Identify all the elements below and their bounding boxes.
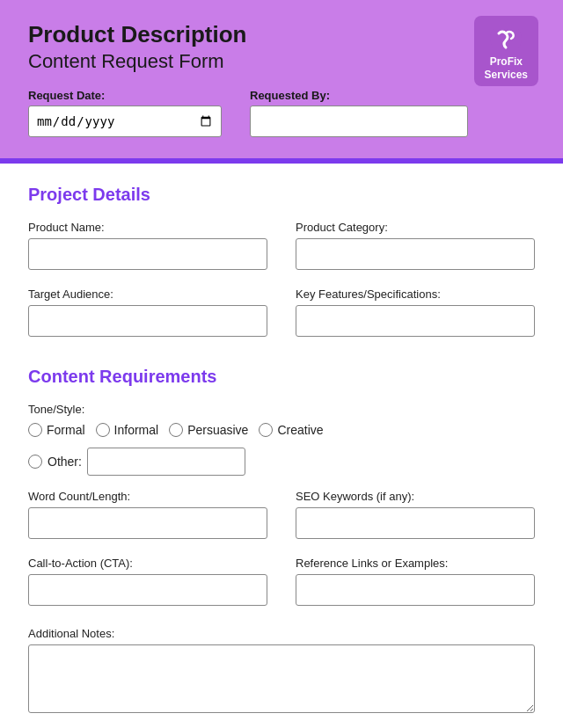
additional-notes-group: Additional Notes: <box>28 627 535 713</box>
main-content: Project Details Product Name: Product Ca… <box>0 164 563 728</box>
tone-persuasive[interactable]: Persuasive <box>169 423 248 437</box>
tone-creative[interactable]: Creative <box>259 423 323 437</box>
tone-persuasive-radio[interactable] <box>169 423 183 437</box>
cta-group: Call-to-Action (CTA): <box>28 557 267 606</box>
page-title: Product Description <box>28 21 535 48</box>
requested-by-input[interactable] <box>250 106 468 137</box>
reference-links-group: Reference Links or Examples: <box>296 557 535 606</box>
tone-style-label: Tone/Style: <box>28 403 535 416</box>
target-audience-input[interactable] <box>28 305 267 337</box>
target-audience-group: Target Audience: <box>28 288 267 337</box>
tone-creative-label: Creative <box>277 423 323 437</box>
tone-other-group: Other: <box>28 448 245 476</box>
logo-text: ProFix <box>490 56 523 68</box>
logo-subtext: Services <box>485 69 528 81</box>
content-requirements-section: Content Requirements Tone/Style: Formal … <box>28 367 535 713</box>
content-req-row1: Word Count/Length: SEO Keywords (if any)… <box>28 490 535 550</box>
request-date-field: Request Date: <box>28 89 222 137</box>
key-features-label: Key Features/Specifications: <box>296 288 535 301</box>
project-details-row1: Product Name: Product Category: <box>28 221 535 280</box>
logo-area: ProFix Services <box>474 16 538 86</box>
product-name-input[interactable] <box>28 238 267 270</box>
tone-informal-radio[interactable] <box>96 423 110 437</box>
request-date-input[interactable] <box>28 106 222 137</box>
product-category-group: Product Category: <box>296 221 535 270</box>
tone-other-label: Other: <box>48 455 82 469</box>
product-category-label: Product Category: <box>296 221 535 234</box>
tone-other-radio[interactable] <box>28 455 42 469</box>
product-name-label: Product Name: <box>28 221 267 234</box>
seo-keywords-group: SEO Keywords (if any): <box>296 490 535 539</box>
tone-other-input[interactable] <box>87 448 245 476</box>
requested-by-field: Requested By: <box>250 89 468 137</box>
content-req-row2: Call-to-Action (CTA): Reference Links or… <box>28 557 535 616</box>
tone-informal-label: Informal <box>114 423 159 437</box>
cta-input[interactable] <box>28 574 267 606</box>
project-details-title: Project Details <box>28 185 535 205</box>
additional-notes-label: Additional Notes: <box>28 627 535 640</box>
header-fields: Request Date: Requested By: <box>28 89 535 137</box>
tone-formal-radio[interactable] <box>28 423 42 437</box>
reference-links-label: Reference Links or Examples: <box>296 557 535 570</box>
project-details-row2: Target Audience: Key Features/Specificat… <box>28 288 535 347</box>
tone-formal-label: Formal <box>47 423 85 437</box>
request-date-label: Request Date: <box>28 89 222 102</box>
product-name-group: Product Name: <box>28 221 267 270</box>
tone-options-group: Formal Informal Persuasive Creative Othe… <box>28 423 535 476</box>
product-category-input[interactable] <box>296 238 535 270</box>
content-requirements-title: Content Requirements <box>28 367 535 387</box>
requested-by-label: Requested By: <box>250 89 468 102</box>
seo-keywords-input[interactable] <box>296 507 535 539</box>
page-subtitle: Content Request Form <box>28 50 535 73</box>
word-count-input[interactable] <box>28 507 267 539</box>
seo-keywords-label: SEO Keywords (if any): <box>296 490 535 503</box>
word-count-group: Word Count/Length: <box>28 490 267 539</box>
project-details-section: Project Details Product Name: Product Ca… <box>28 185 535 347</box>
word-count-label: Word Count/Length: <box>28 490 267 503</box>
profix-logo-icon <box>490 23 522 55</box>
reference-links-input[interactable] <box>296 574 535 606</box>
target-audience-label: Target Audience: <box>28 288 267 301</box>
tone-informal[interactable]: Informal <box>96 423 159 437</box>
cta-label: Call-to-Action (CTA): <box>28 557 267 570</box>
tone-creative-radio[interactable] <box>259 423 273 437</box>
key-features-group: Key Features/Specifications: <box>296 288 535 337</box>
key-features-input[interactable] <box>296 305 535 337</box>
tone-persuasive-label: Persuasive <box>187 423 248 437</box>
header-section: ProFix Services Product Description Cont… <box>0 0 563 158</box>
tone-formal[interactable]: Formal <box>28 423 85 437</box>
additional-notes-textarea[interactable] <box>28 644 535 713</box>
